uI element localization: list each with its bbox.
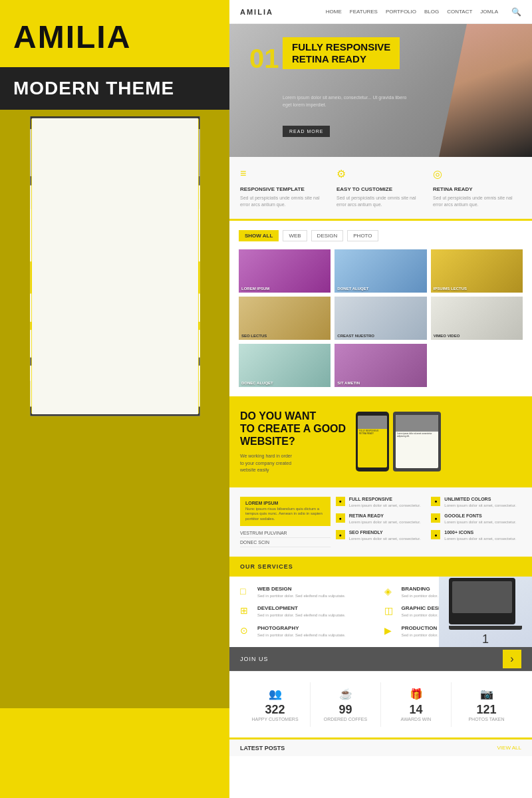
portfolio-section: SHOW ALL WEB DESIGN PHOTO LOREM IPSUM DO… bbox=[229, 221, 532, 396]
site-nav-portfolio[interactable]: PORTFOLIO bbox=[386, 9, 416, 15]
photography-icon: ⊙ bbox=[240, 625, 252, 637]
feat-seo-friendly: ● SEO FRIENDLY Lorem ipsum dolor sit ame… bbox=[336, 530, 426, 541]
feat-list-text-4: Lorem ipsum dolor sit amet, consectetur. bbox=[444, 503, 516, 508]
latest-view-all-link[interactable]: VIEW ALL bbox=[497, 745, 521, 751]
production-icon: ▶ bbox=[384, 625, 396, 637]
joinus-arrow-button[interactable]: › bbox=[503, 650, 521, 668]
site-nav-blog[interactable]: BLOG bbox=[424, 9, 439, 15]
stats-section: 👥 322 HAPPY CUSTOMERS ☕ 99 ORDERED COFFE… bbox=[229, 671, 532, 737]
branding-icon: ◈ bbox=[384, 586, 396, 598]
hero-badge-text: FULLY RESPONSIVE RETINA READY bbox=[292, 41, 390, 65]
portfolio-tab-photo[interactable]: PHOTO bbox=[347, 230, 378, 241]
portfolio-item-7[interactable]: DONEC ALUQET bbox=[239, 344, 331, 387]
right-panel: AMILIA HOME FEATURES PORTFOLIO BLOG CONT… bbox=[229, 0, 532, 798]
unlimited-colors-icon: ● bbox=[431, 497, 440, 506]
device-phone-screen: FULLY RESPONSIVE RETINA READY bbox=[358, 416, 387, 467]
site-nav-jomla[interactable]: JOMLA bbox=[480, 9, 498, 15]
site-nav-features[interactable]: FEATURES bbox=[350, 9, 378, 15]
service-text-3: Sed in porttitor dolor. Sed eleifend nul… bbox=[257, 612, 345, 618]
feat-sub-2: DONEC SCIN bbox=[240, 538, 331, 547]
latest-posts-title: LATEST POSTS bbox=[240, 745, 285, 751]
feature-item-1: ≡ RESPONSIVE TEMPLATE Sed ut perspiciati… bbox=[240, 168, 329, 208]
hero-read-more-button[interactable]: READ MORE bbox=[283, 126, 330, 137]
mini-cta-phones bbox=[87, 267, 116, 289]
mini-tablet-screen bbox=[32, 118, 198, 414]
site-nav-links: HOME FEATURES PORTFOLIO BLOG CONTACT JOM… bbox=[326, 7, 521, 17]
photos-taken-icon: 📷 bbox=[457, 688, 516, 700]
portfolio-item-5[interactable]: CREAST NUESTRO bbox=[334, 297, 426, 340]
portfolio-tab-web[interactable]: WEB bbox=[283, 230, 307, 241]
feature-text-2: Sed ut perspiciatis unde omnis site nal … bbox=[336, 195, 425, 208]
features-col-1: LOREM IPSUM Nunc ipsum risus bibendum qu… bbox=[240, 497, 331, 547]
portfolio-item-3[interactable]: IPSUIMS LECTUS bbox=[431, 249, 523, 293]
site-nav-home[interactable]: HOME bbox=[326, 9, 342, 15]
service-web-design: □ WEB DESIGN Sed in porttitor dolor. Sed… bbox=[240, 586, 378, 598]
stat-num-1: 322 bbox=[245, 703, 305, 717]
feat-unlimited-colors: ● UNLIMITED COLORS Lorem ipsum dolor sit… bbox=[431, 497, 521, 508]
tablet-screen-header bbox=[396, 415, 438, 432]
services-section: □ WEB DESIGN Sed in porttitor dolor. Sed… bbox=[229, 577, 532, 647]
features-expand[interactable]: LOREM IPSUM Nunc ipsum risus bibendum qu… bbox=[240, 497, 331, 526]
feat-list-text-3: Lorem ipsum dolor sit amet, consectetur. bbox=[349, 536, 421, 541]
mini-cta-section: DO YOU WANT TO CREATE A GOOD WEBSITE? bbox=[30, 261, 200, 293]
portfolio-item-4[interactable]: SEO LECTUS bbox=[239, 297, 331, 340]
customize-icon: ⚙ bbox=[336, 168, 351, 182]
portfolio-label-7: DONEC ALUQET bbox=[241, 381, 273, 385]
features-col-2: ● FULL RESPONSIVE Lorem ipsum dolor sit … bbox=[336, 497, 426, 547]
portfolio-label-8: SIT AMETIN bbox=[337, 381, 360, 385]
site-brand: AMILIA bbox=[240, 8, 273, 16]
portfolio-item-8[interactable]: SIT AMETIN bbox=[334, 344, 426, 387]
features-col-3: ● UNLIMITED COLORS Lorem ipsum dolor sit… bbox=[431, 497, 521, 547]
left-preview: AMILIA HOME FEATURES PORTFOLIO BLOG CONT… bbox=[0, 110, 229, 708]
feature-item-2: ⚙ EASY TO CUSTOMIZE Sed ut perspiciatis … bbox=[336, 168, 425, 208]
seo-friendly-icon: ● bbox=[336, 530, 345, 539]
portfolio-label-5: CREAST NUESTRO bbox=[337, 334, 374, 338]
feat-full-responsive: ● FULL RESPONSIVE Lorem ipsum dolor sit … bbox=[336, 497, 426, 508]
service-name-3: DEVELOPMENT bbox=[257, 605, 345, 611]
feature-text-1: Sed ut perspiciatis unde omnis site nal … bbox=[240, 195, 329, 208]
portfolio-tab-design[interactable]: DESIGN bbox=[311, 230, 344, 241]
latest-posts-bar: LATEST POSTS VIEW ALL bbox=[229, 737, 532, 756]
phone-screen-header bbox=[358, 416, 387, 429]
hero-paragraph: Lorem ipsum dolor sit ameio, consectetur… bbox=[283, 94, 416, 108]
device-phone: FULLY RESPONSIVE RETINA READY bbox=[356, 412, 389, 471]
phone-screen-body: FULLY RESPONSIVE RETINA READY bbox=[358, 429, 387, 437]
retina-icon: ◎ bbox=[433, 168, 448, 182]
retina-ready-icon: ● bbox=[336, 513, 345, 523]
service-text-5: Sed in porttitor dolor. Sed eleifend nul… bbox=[257, 632, 345, 638]
portfolio-label-4: SEO LECTUS bbox=[241, 334, 267, 338]
portfolio-tab-all[interactable]: SHOW ALL bbox=[239, 230, 279, 241]
service-laptop-image: 1 bbox=[439, 577, 532, 647]
device-tablet-screen: Lorem ipsum dolor sit amet consectetur a… bbox=[396, 415, 438, 468]
feat-list-text-6: Lorem ipsum dolor sit amet, consectetur. bbox=[444, 536, 516, 541]
feat-list-title-2: RETINA READY bbox=[349, 513, 421, 518]
feat-list-title-6: 1000+ ICONS bbox=[444, 530, 516, 535]
site-nav-contact[interactable]: CONTACT bbox=[447, 9, 472, 15]
feat-sub-title-2: DONEC SCIN bbox=[240, 540, 331, 545]
feat-list-text-1: Lorem ipsum dolor sit amet, consectetur. bbox=[349, 503, 421, 508]
portfolio-grid: LOREM IPSUM DONET ALUQET IPSUIMS LECTUS … bbox=[239, 249, 523, 387]
feat-google-fonts: ● GOOGLE FONTS Lorem ipsum dolor sit ame… bbox=[431, 513, 521, 525]
icons-icon: ● bbox=[431, 530, 440, 539]
portfolio-item-1[interactable]: LOREM IPSUM bbox=[239, 249, 331, 293]
feat-list-text-2: Lorem ipsum dolor sit amet, consectetur. bbox=[349, 519, 421, 525]
feature-text-3: Sed ut perspiciatis unde omnis site nal … bbox=[433, 195, 521, 208]
google-fonts-icon: ● bbox=[431, 513, 440, 523]
services-bar: OUR SERVICES bbox=[229, 557, 532, 577]
cta-section: DO YOU WANTTO CREATE A GOODWEBSITE? We w… bbox=[229, 396, 532, 487]
stat-ordered-coffes: ☕ 99 ORDERED COFFES bbox=[311, 682, 381, 727]
laptop-screen bbox=[452, 581, 512, 613]
features-row: ≡ RESPONSIVE TEMPLATE Sed ut perspiciati… bbox=[229, 157, 532, 221]
laptop-visual: 1 bbox=[439, 577, 532, 647]
search-icon[interactable]: 🔍 bbox=[511, 7, 521, 17]
features-list-section: LOREM IPSUM Nunc ipsum risus bibendum qu… bbox=[229, 487, 532, 557]
joinus-bar: JOIN US › bbox=[229, 647, 532, 671]
hero-badge: FULLY RESPONSIVE RETINA READY bbox=[283, 37, 400, 69]
hero-section: 01 FULLY RESPONSIVE RETINA READY Lorem i… bbox=[229, 24, 532, 157]
stat-num-3: 14 bbox=[386, 703, 446, 717]
portfolio-item-2[interactable]: DONET ALUQET bbox=[334, 249, 426, 293]
feature-title-2: EASY TO CUSTOMIZE bbox=[336, 186, 425, 192]
portfolio-item-6[interactable]: VIMEO VIDEO bbox=[431, 297, 523, 340]
portfolio-label-1: LOREM IPSUM bbox=[241, 287, 269, 291]
development-icon: ⊞ bbox=[240, 605, 252, 617]
